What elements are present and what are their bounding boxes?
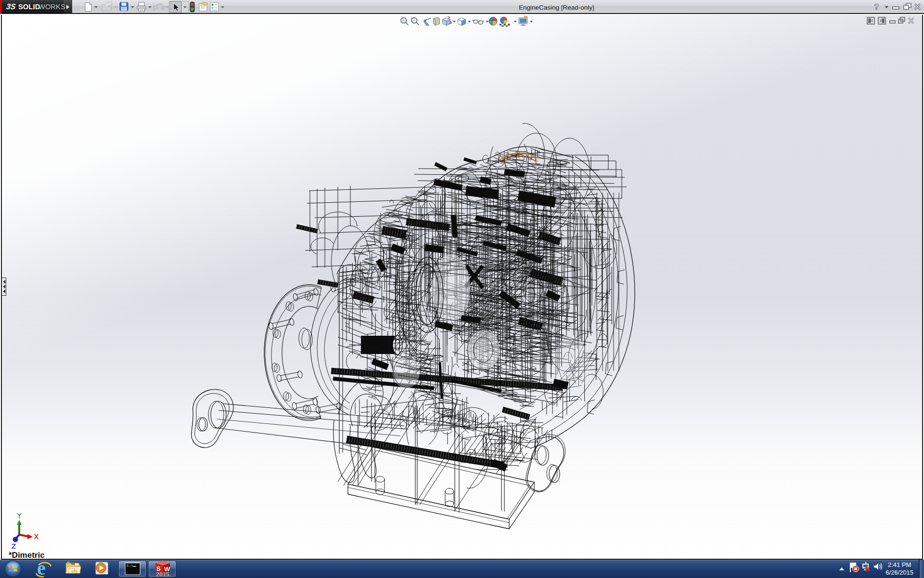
svg-text:2015: 2015: [156, 571, 169, 578]
svg-text:C:\: C:\: [127, 564, 134, 568]
